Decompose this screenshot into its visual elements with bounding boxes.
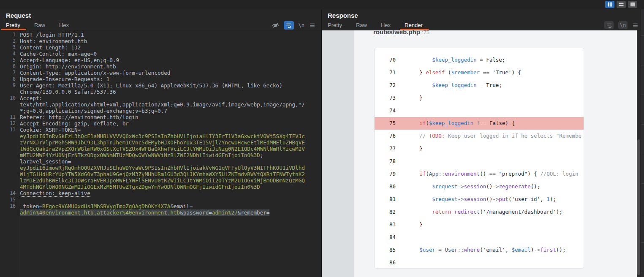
line-number: 7 bbox=[0, 70, 16, 76]
code-line: 83 } bbox=[375, 218, 584, 231]
line-text: zVrNXJrVlprMGh5MW9JbC93L3hpTnJhem1CVnc5d… bbox=[20, 139, 305, 146]
code-line-number: 74 bbox=[375, 104, 396, 117]
line-text: WljTGlHdHRrYUpYTW5XdG0vT3phaU9GejQzM3ZyM… bbox=[20, 171, 305, 177]
request-line[interactable]: zVrNXJrVlprMGh5MW9JbC93L3hpTnJhem1CVnc5d… bbox=[0, 139, 321, 146]
code-line-number: 70 bbox=[375, 54, 396, 66]
request-line[interactable]: WljTGlHdHRrYUpYTW5XdG0vT3phaU9GejQzM3ZyM… bbox=[0, 171, 321, 177]
line-text: text/html,application/xhtml+xml,applicat… bbox=[20, 101, 305, 108]
request-line[interactable]: eyJpdiI6ImowRjRqQmhQQUZXVHJuSEhuWDYvaWc9… bbox=[0, 165, 321, 171]
request-line[interactable]: laravel_session= bbox=[0, 158, 321, 165]
top-bar bbox=[0, 0, 644, 9]
request-line[interactable]: 11Referer: http://environment.htb/login bbox=[0, 114, 321, 120]
code-line: 77 } bbox=[375, 142, 584, 155]
request-line[interactable]: mMTU2MWE4YzU0NjEzNTkzODgxOWNmNTUzMDQwOWY… bbox=[0, 152, 321, 158]
request-line[interactable]: 5Accept-Language: en-US,en;q=0.9 bbox=[0, 57, 321, 63]
line-text: laravel_session= bbox=[20, 158, 71, 165]
layout-single-button[interactable] bbox=[628, 1, 637, 8]
code-line-text: if(App::environment() == "preprod") { //… bbox=[407, 168, 578, 180]
render-page-sidebar bbox=[322, 30, 354, 277]
word-wrap-toggle[interactable] bbox=[604, 21, 614, 29]
request-line[interactable]: 3Content-Length: 132 bbox=[0, 44, 321, 51]
code-line: 72 $keep_loggedin = True; bbox=[375, 79, 584, 92]
code-line-text: $request->session()->put('user_id', 1); bbox=[407, 193, 556, 206]
code-line-number: 82 bbox=[375, 206, 396, 218]
request-line[interactable]: 10Accept: bbox=[0, 95, 321, 101]
line-number: 13 bbox=[0, 127, 16, 133]
code-line: 86 bbox=[375, 256, 584, 269]
request-line[interactable]: 14Connection: keep-alive bbox=[0, 190, 321, 197]
request-line[interactable]: 1POST /login HTTP/1.1 bbox=[0, 32, 321, 38]
request-line[interactable]: 12Accept-Encoding: gzip, deflate, br bbox=[0, 120, 321, 127]
layout-rows-button[interactable] bbox=[617, 1, 626, 8]
request-line[interactable]: *;q=0.8,application/signed-exchange;v=b3… bbox=[0, 108, 321, 114]
line-number: 9 bbox=[0, 82, 16, 89]
response-panel: Response PrettyRawHexRender \n bbox=[322, 9, 644, 277]
code-line-text: if($keep_loggedin !== False) { bbox=[407, 117, 515, 130]
tab-raw[interactable]: Raw bbox=[356, 20, 367, 30]
line-number: 12 bbox=[0, 120, 16, 127]
request-line[interactable]: text/html,application/xhtml+xml,applicat… bbox=[0, 101, 321, 108]
request-line[interactable]: 7Content-Type: application/x-www-form-ur… bbox=[0, 70, 321, 76]
line-text: User-Agent: Mozilla/5.0 (X11; Linux x86_… bbox=[20, 82, 283, 89]
code-line-number: 73 bbox=[375, 92, 396, 104]
tab-hex[interactable]: Hex bbox=[381, 20, 391, 30]
request-line[interactable]: eyJpdiI6InRvSkEzL3hQcE1aMHBLVVVVQ0xWc3c9… bbox=[0, 133, 321, 139]
code-line: 81 $request->session()->put('user_id', 1… bbox=[375, 193, 584, 206]
request-line[interactable]: 2Host: environment.htb bbox=[0, 38, 321, 44]
file-path-heading: routes/web.php :75 bbox=[373, 30, 429, 35]
request-line[interactable]: 16_token=REgoc9V6MUOxdUsJMbSBVygImoZgOAg… bbox=[0, 203, 321, 209]
tab-pretty[interactable]: Pretty bbox=[6, 20, 20, 30]
request-line[interactable]: 9User-Agent: Mozilla/5.0 (X11; Linux x86… bbox=[0, 82, 321, 89]
code-line-number: 71 bbox=[375, 66, 396, 79]
line-text: Content-Type: application/x-www-form-url… bbox=[20, 70, 170, 76]
render-scrollbar-track[interactable] bbox=[637, 30, 641, 277]
request-line[interactable]: admin%40environment.htb,attacker%40envir… bbox=[0, 209, 321, 216]
code-line-number: 79 bbox=[375, 168, 396, 180]
request-line[interactable]: lzM3E2dUhBWElkc3I3OWsraHVER3poMWFLYWFlSE… bbox=[0, 177, 321, 184]
request-line[interactable]: 6Origin: http://environment.htb bbox=[0, 63, 321, 70]
code-line-number: 72 bbox=[375, 79, 396, 92]
request-line[interactable]: 13Cookie: XSRF-TOKEN= bbox=[0, 127, 321, 133]
layout-columns-button[interactable] bbox=[605, 1, 614, 8]
line-text bbox=[20, 197, 23, 203]
request-panel-title: Request bbox=[0, 9, 321, 20]
request-line[interactable]: 4MTdhNGYlOWQ0NGZmM2JiOGExMzM5MTUwZTgxZDg… bbox=[0, 184, 321, 190]
request-line[interactable]: 4Cache-Control: max-age=0 bbox=[0, 51, 321, 57]
tab-hex[interactable]: Hex bbox=[59, 20, 69, 30]
tab-raw[interactable]: Raw bbox=[34, 20, 45, 30]
request-editor[interactable]: 1POST /login HTTP/1.12Host: environment.… bbox=[0, 30, 321, 277]
line-number: 15 bbox=[0, 197, 16, 203]
line-text: Upgrade-Insecure-Requests: 1 bbox=[20, 76, 109, 82]
line-number: 11 bbox=[0, 114, 16, 120]
tab-render[interactable]: Render bbox=[405, 20, 423, 30]
line-text: Host: environment.htb bbox=[20, 38, 87, 44]
request-line[interactable]: 15 bbox=[0, 197, 321, 203]
eye-off-icon[interactable] bbox=[272, 22, 279, 29]
menu-icon[interactable] bbox=[632, 22, 639, 28]
tab-pretty[interactable]: Pretty bbox=[328, 20, 342, 30]
line-number bbox=[0, 139, 16, 146]
word-wrap-toggle[interactable] bbox=[284, 21, 294, 30]
line-number bbox=[0, 158, 16, 165]
request-line[interactable]: Chrome/139.0.0.0 Safari/537.36 bbox=[0, 89, 321, 95]
line-number bbox=[0, 108, 16, 114]
code-line-number: 86 bbox=[375, 256, 396, 269]
line-text: Chrome/139.0.0.0 Safari/537.36 bbox=[20, 89, 116, 95]
render-scrollbar-thumb[interactable] bbox=[637, 139, 640, 275]
single-layout-icon bbox=[629, 2, 636, 7]
response-panel-title: Response bbox=[322, 9, 644, 20]
menu-icon[interactable] bbox=[309, 22, 315, 28]
line-number: 14 bbox=[0, 190, 16, 197]
code-line: 82 return redirect('/management/dashboar… bbox=[375, 206, 584, 218]
show-newlines-toggle[interactable]: \n bbox=[299, 22, 304, 28]
code-line: 84 bbox=[375, 231, 584, 244]
code-line-text: // TODO: Keep user logged in if he selec… bbox=[407, 130, 582, 142]
request-line[interactable]: 8Upgrade-Insecure-Requests: 1 bbox=[0, 76, 321, 82]
request-line[interactable]: tWdGcOakIra2VpZXQrWGlmRW0xOStXcTVSZUx4WF… bbox=[0, 146, 321, 152]
line-number bbox=[0, 101, 16, 108]
show-newlines-toggle[interactable]: \n bbox=[618, 21, 628, 29]
code-line-number: 81 bbox=[375, 193, 396, 206]
code-line-number: 77 bbox=[375, 142, 396, 155]
code-line-text: $user = User::where('email', $email)->fi… bbox=[407, 244, 565, 256]
code-line-number: 83 bbox=[375, 218, 396, 231]
